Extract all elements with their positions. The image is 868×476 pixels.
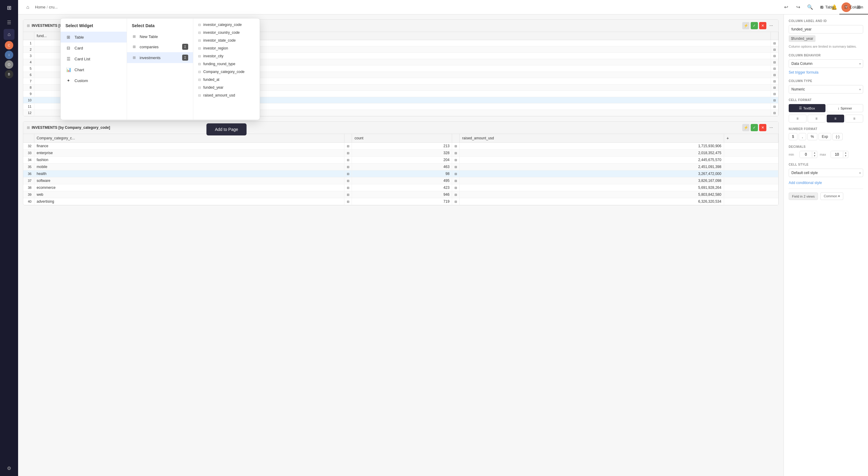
exp-format-btn[interactable]: Exp bbox=[818, 133, 832, 140]
row-num: 6 bbox=[23, 72, 34, 78]
sidebar-icon-c[interactable]: C bbox=[5, 41, 13, 50]
breadcrumb: Home / cru... bbox=[35, 5, 58, 9]
cell-style-select-wrap: Default cell style ▾ bbox=[789, 169, 863, 177]
field-label: funding_round_type bbox=[203, 62, 235, 66]
decimals-max-up[interactable]: ▲ bbox=[843, 151, 848, 154]
sidebar-icon-menu[interactable]: ☰ bbox=[4, 17, 14, 28]
undo-button[interactable]: ↩ bbox=[781, 2, 791, 12]
column-label-input[interactable] bbox=[789, 25, 863, 33]
card-list-widget-icon: ☰ bbox=[65, 56, 71, 62]
field-funded-at[interactable]: ⊟ funded_at bbox=[193, 76, 260, 84]
widget-option-card-list[interactable]: ☰ Card List bbox=[61, 53, 127, 64]
add-conditional-style-link[interactable]: Add conditional style bbox=[789, 181, 863, 185]
field-investor-city[interactable]: ⊟ investor_city bbox=[193, 52, 260, 60]
table-row[interactable]: 36 health ⊟ 98 ⊟ 3,267,472,000 bbox=[23, 171, 778, 177]
column-behavior-select[interactable]: Data Column bbox=[789, 59, 863, 68]
widget-option-card[interactable]: ⊟ Card bbox=[61, 42, 127, 53]
cell-category: enterprise bbox=[34, 150, 344, 156]
decimals-min-down[interactable]: ▼ bbox=[812, 154, 817, 157]
close-btn-2[interactable]: ✕ bbox=[759, 124, 766, 131]
field-company-category-code[interactable]: ⊟ Company_category_code bbox=[193, 68, 260, 76]
number-format-buttons: $ , % Exp (-) bbox=[789, 133, 863, 140]
decimals-min-up[interactable]: ▲ bbox=[812, 151, 817, 154]
more-btn-2[interactable]: ⋯ bbox=[768, 124, 775, 131]
field-funding-round-type[interactable]: ⊟ funding_round_type bbox=[193, 60, 260, 68]
comma-format-btn[interactable]: , bbox=[799, 133, 806, 140]
field-icon: ⊟ bbox=[198, 47, 201, 50]
cell-raised: 2,451,091,398 bbox=[460, 163, 724, 171]
card-widget-icon: ⊟ bbox=[65, 45, 71, 51]
data-option-investments[interactable]: ⊞ investments Σ bbox=[127, 52, 193, 63]
row-num: 35 bbox=[23, 163, 34, 171]
close-btn-1[interactable]: ✕ bbox=[759, 22, 766, 29]
field-investor-category-code[interactable]: ⊟ investor_category_code bbox=[193, 21, 260, 29]
field-label: funded_at bbox=[203, 78, 219, 82]
data-option-companies[interactable]: ⊞ companies Σ bbox=[127, 41, 193, 52]
widget-option-custom[interactable]: ✦ Custom bbox=[61, 75, 127, 86]
data-option-new-table[interactable]: ⊞ New Table bbox=[127, 32, 193, 41]
row-num: 39 bbox=[23, 191, 34, 198]
tab-table[interactable]: ⊞ Table bbox=[815, 0, 839, 14]
field-funded-year[interactable]: ⊟ funded_year bbox=[193, 84, 260, 91]
widget-investments-2: ⊞ INVESTMENTS [by Company_category_code]… bbox=[23, 121, 779, 205]
check-btn-2[interactable]: ✓ bbox=[751, 124, 758, 131]
table-row: 37 software ⊟ 495 ⊟ 3,826,167,098 bbox=[23, 177, 778, 184]
cell-raised: 3,826,167,098 bbox=[460, 177, 724, 184]
row-num: 40 bbox=[23, 198, 34, 205]
search-button[interactable]: 🔍 bbox=[805, 2, 815, 12]
filter-btn-1[interactable]: ⚡ bbox=[742, 22, 749, 29]
column-tab-label: Column bbox=[849, 5, 863, 9]
align-left-btn[interactable]: ≡ bbox=[789, 115, 806, 122]
field-label: raised_amount_usd bbox=[203, 93, 235, 97]
sidebar-icon-i[interactable]: i bbox=[5, 51, 13, 59]
field-in-views-btn[interactable]: Field in 2 views bbox=[789, 192, 818, 200]
field-raised-amount-usd[interactable]: ⊟ raised_amount_usd bbox=[193, 91, 260, 99]
percent-format-btn[interactable]: % bbox=[807, 133, 817, 140]
dollar-format-btn[interactable]: $ bbox=[789, 133, 798, 140]
breadcrumb-home: Home bbox=[35, 5, 45, 9]
cell-style-select[interactable]: Default cell style bbox=[789, 169, 863, 177]
check-btn-1[interactable]: ✓ bbox=[751, 22, 758, 29]
th-rownum bbox=[23, 32, 34, 40]
row-num: 34 bbox=[23, 156, 34, 163]
cell-category: web bbox=[34, 191, 344, 198]
column-type-select[interactable]: Numeric bbox=[789, 85, 863, 93]
align-right-btn[interactable]: ≡ bbox=[827, 115, 844, 122]
decimals-min-input[interactable] bbox=[800, 151, 812, 158]
field-investor-state-code[interactable]: ⊟ investor_state_code bbox=[193, 36, 260, 44]
filter-btn-2[interactable]: ⚡ bbox=[742, 124, 749, 131]
common-btn[interactable]: Common ▾ bbox=[820, 192, 843, 200]
table-row: 38 ecommerce ⊟ 423 ⊟ 5,691,928,264 bbox=[23, 184, 778, 191]
add-to-page-button[interactable]: Add to Page bbox=[206, 123, 246, 136]
decimals-max-down[interactable]: ▼ bbox=[843, 154, 848, 157]
sidebar-icon-o[interactable]: O bbox=[5, 60, 13, 69]
decimals-max-input[interactable] bbox=[831, 151, 843, 158]
sidebar-icon-settings[interactable]: ⚙ bbox=[4, 463, 14, 474]
widget-option-table[interactable]: ⊞ Table bbox=[61, 32, 127, 42]
field-icon: ⊟ bbox=[198, 31, 201, 35]
tab-column[interactable]: ☰ Column bbox=[839, 0, 868, 14]
cell-category: finance bbox=[34, 143, 344, 150]
sidebar-icon-b[interactable]: B bbox=[5, 70, 13, 79]
align-justify-btn[interactable]: ≡ bbox=[845, 115, 863, 122]
textbox-format-btn[interactable]: ☰ TextBox bbox=[789, 104, 826, 112]
more-btn-1[interactable]: ⋯ bbox=[768, 22, 775, 29]
field-label: Company_category_code bbox=[203, 70, 245, 74]
sidebar-icon-home[interactable]: ⌂ bbox=[4, 29, 14, 40]
align-center-btn[interactable]: ≡ bbox=[808, 115, 826, 122]
set-trigger-formula-link[interactable]: Set trigger formula bbox=[789, 70, 863, 75]
spinner-format-btn[interactable]: ↕ Spinner bbox=[827, 104, 864, 112]
cell-format-toggle: ☰ TextBox ↕ Spinner bbox=[789, 104, 863, 112]
textbox-label: TextBox bbox=[803, 107, 815, 110]
home-icon[interactable]: ⌂ bbox=[23, 2, 33, 12]
widget-option-chart[interactable]: 📊 Chart bbox=[61, 64, 127, 75]
column-tab-icon: ☰ bbox=[844, 5, 848, 9]
select-data-title: Select Data bbox=[127, 21, 193, 32]
add-column-btn[interactable]: + bbox=[724, 134, 778, 143]
row-num: 2 bbox=[23, 47, 34, 53]
field-investor-region[interactable]: ⊟ investor_region bbox=[193, 44, 260, 52]
neg-format-btn[interactable]: (-) bbox=[832, 133, 843, 140]
redo-button[interactable]: ↪ bbox=[793, 2, 803, 12]
table-row: 39 web ⊟ 946 ⊟ 5,803,842,580 bbox=[23, 191, 778, 198]
field-investor-country-code[interactable]: ⊟ investor_country_code bbox=[193, 29, 260, 36]
